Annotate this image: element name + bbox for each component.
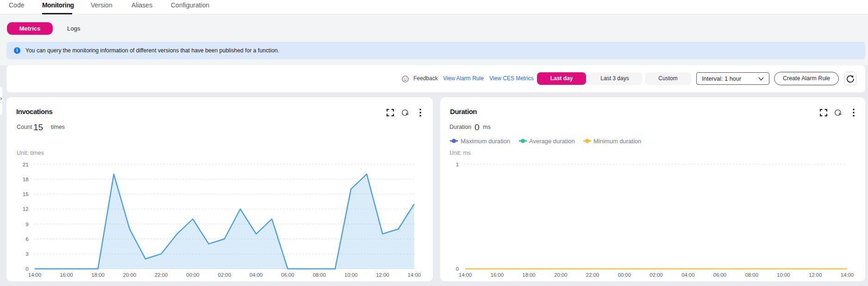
svg-text:Unit: times: Unit: times <box>17 150 44 156</box>
svg-text:18: 18 <box>23 177 29 182</box>
svg-text:02:00: 02:00 <box>218 272 231 278</box>
svg-text:08:00: 08:00 <box>313 272 326 278</box>
svg-text:6: 6 <box>25 236 28 242</box>
svg-text:04:00: 04:00 <box>681 272 694 278</box>
svg-text:12:00: 12:00 <box>809 272 822 278</box>
svg-text:02:00: 02:00 <box>649 272 662 278</box>
svg-text:00:00: 00:00 <box>186 272 199 278</box>
svg-text:Unit: ms: Unit: ms <box>450 150 471 156</box>
svg-text:20:00: 20:00 <box>123 272 136 278</box>
svg-text:08:00: 08:00 <box>745 272 758 278</box>
svg-text:12:00: 12:00 <box>376 272 389 278</box>
svg-text:14:00: 14:00 <box>459 272 472 278</box>
svg-text:14:00: 14:00 <box>28 272 41 278</box>
svg-text:22:00: 22:00 <box>586 272 599 278</box>
svg-text:20:00: 20:00 <box>554 272 567 278</box>
svg-text:06:00: 06:00 <box>713 272 726 278</box>
svg-text:Maximum duration: Maximum duration <box>461 138 510 145</box>
svg-text:9: 9 <box>25 222 28 227</box>
svg-text:16:00: 16:00 <box>491 272 504 278</box>
svg-text:06:00: 06:00 <box>281 272 294 278</box>
svg-text:14:00: 14:00 <box>841 272 854 278</box>
svg-text:18:00: 18:00 <box>91 272 104 278</box>
svg-text:12: 12 <box>23 206 29 212</box>
svg-text:0: 0 <box>25 266 28 272</box>
svg-text:22:00: 22:00 <box>155 272 168 278</box>
svg-text:0: 0 <box>456 266 459 272</box>
svg-text:15: 15 <box>23 191 29 197</box>
svg-text:10:00: 10:00 <box>777 272 790 278</box>
svg-text:10:00: 10:00 <box>344 272 357 278</box>
svg-text:14:00: 14:00 <box>408 272 421 278</box>
svg-text:3: 3 <box>25 251 28 257</box>
svg-text:18:00: 18:00 <box>522 272 535 278</box>
svg-text:00:00: 00:00 <box>618 272 631 278</box>
svg-text:21: 21 <box>23 162 29 167</box>
svg-text:16:00: 16:00 <box>60 272 73 278</box>
svg-text:Minimum duration: Minimum duration <box>593 138 641 145</box>
svg-text:Average duration: Average duration <box>529 138 575 145</box>
svg-text:1: 1 <box>456 162 459 167</box>
svg-text:04:00: 04:00 <box>250 272 262 278</box>
